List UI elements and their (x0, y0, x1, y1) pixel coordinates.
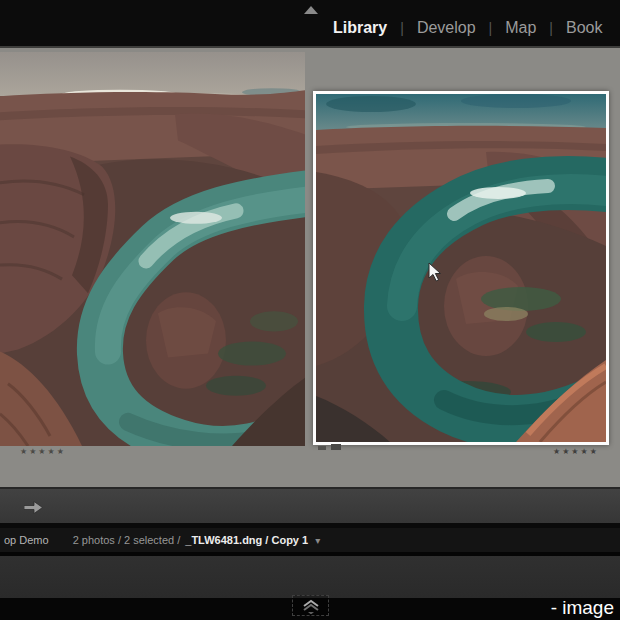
nav-separator: | (400, 20, 404, 36)
nav-separator: | (549, 20, 553, 36)
filmstrip-status-bar: op Demo 2 photos / 2 selected / _TLW6481… (0, 528, 620, 552)
tab-library[interactable]: Library (333, 19, 387, 37)
photo-badge-marks (318, 444, 341, 450)
filmstrip-area (0, 556, 620, 598)
caption-text: - image (551, 597, 614, 618)
active-filename[interactable]: _TLW6481.dng / Copy 1 (185, 534, 308, 546)
toolbar (0, 487, 620, 523)
tab-develop[interactable]: Develop (417, 19, 476, 37)
top-bar: Library | Develop | Map | Book (0, 0, 620, 46)
module-picker: Library | Develop | Map | Book (333, 0, 602, 46)
top-panel-toggle-icon[interactable] (303, 1, 319, 10)
lightroom-window: Library | Develop | Map | Book (0, 0, 620, 620)
photo-left[interactable] (0, 52, 305, 446)
compare-view: ★★★★★ ★★★★★ (0, 48, 620, 487)
nav-separator: | (489, 20, 493, 36)
tab-book[interactable]: Book (566, 19, 602, 37)
rating-stars-right[interactable]: ★★★★★ (553, 447, 599, 456)
tab-map[interactable]: Map (505, 19, 536, 37)
arrow-right-icon[interactable] (24, 500, 44, 513)
horseshoe-bend-image-left (0, 52, 305, 446)
filename-dropdown-icon[interactable]: ▾ (315, 535, 320, 546)
filmstrip-toggle-icon[interactable] (292, 595, 329, 616)
selection-info: 2 photos / 2 selected / (73, 534, 181, 546)
rating-stars-left[interactable]: ★★★★★ (20, 447, 66, 456)
catalog-label: op Demo (4, 534, 49, 546)
photo-right[interactable] (313, 91, 609, 445)
horseshoe-bend-image-right (316, 94, 606, 442)
